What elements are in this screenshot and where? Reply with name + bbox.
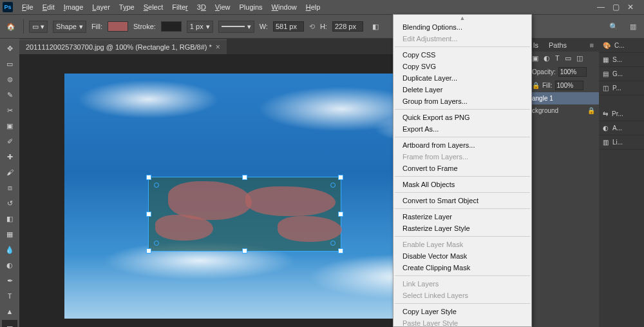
collapsed-panel[interactable]: ▥Li...: [599, 135, 644, 150]
context-menu-item[interactable]: Convert to Frame: [393, 163, 531, 174]
options-bar: 🏠 ▭ ▾ Shape ▾ Fill: Stroke: 1 px ▾ ▾ W: …: [0, 14, 644, 39]
history-brush-tool[interactable]: ↺: [2, 196, 17, 210]
filter-smart-icon[interactable]: ◫: [576, 54, 583, 63]
shape-selection[interactable]: [148, 177, 341, 252]
transform-handle[interactable]: [242, 248, 247, 253]
collapsed-panel[interactable]: ⇆Pr...: [599, 107, 644, 121]
context-menu-item[interactable]: Export As...: [393, 123, 531, 135]
transform-handle[interactable]: [242, 175, 247, 180]
scroll-up-icon[interactable]: ▲: [393, 15, 531, 21]
collapsed-panel[interactable]: ▦S...: [599, 53, 644, 67]
fill-swatch[interactable]: [108, 21, 128, 32]
lock-icon[interactable]: 🔒: [532, 82, 540, 89]
workspace-icon[interactable]: ▥: [626, 19, 640, 34]
transform-handle[interactable]: [338, 212, 343, 217]
window-minimize-icon[interactable]: —: [597, 3, 605, 12]
link-dimensions-icon[interactable]: ⟲: [309, 23, 315, 31]
pen-tool[interactable]: ✒: [2, 273, 17, 288]
marquee-tool[interactable]: ▭: [2, 57, 17, 71]
menu-window[interactable]: Window: [268, 2, 301, 12]
eyedropper-tool[interactable]: ✐: [2, 134, 17, 148]
collapsed-panel[interactable]: ◫P...: [599, 81, 644, 95]
transform-handle[interactable]: [146, 212, 151, 217]
context-menu-item[interactable]: Copy SVG: [393, 61, 531, 72]
menu-layer[interactable]: Layer: [88, 2, 114, 12]
context-menu-item[interactable]: Copy Layer Style: [393, 306, 531, 317]
document-tab-close-icon[interactable]: ×: [216, 43, 220, 52]
home-button[interactable]: 🏠: [4, 19, 18, 34]
filter-type-icon[interactable]: T: [555, 54, 560, 63]
menu-3d[interactable]: 3D: [193, 2, 210, 12]
width-field[interactable]: [273, 21, 304, 32]
stroke-swatch[interactable]: [161, 21, 182, 32]
menu-file[interactable]: File: [18, 2, 37, 12]
context-menu-item[interactable]: Create Clipping Mask: [393, 262, 531, 273]
context-menu-item[interactable]: Rasterize Layer: [393, 211, 531, 223]
context-menu-item[interactable]: Group from Layers...: [393, 95, 531, 107]
move-tool[interactable]: ✥: [2, 41, 17, 55]
context-menu-item[interactable]: Mask All Objects: [393, 179, 531, 190]
menu-plugins[interactable]: Plugins: [236, 2, 267, 12]
collapsed-panel[interactable]: 🎨C...: [599, 39, 644, 53]
context-menu-item[interactable]: Copy CSS: [393, 49, 531, 61]
transform-handle[interactable]: [146, 175, 151, 180]
stroke-style-dropdown[interactable]: ▾: [218, 21, 254, 33]
context-menu-item[interactable]: Disable Vector Mask: [393, 250, 531, 262]
frame-tool[interactable]: ▣: [2, 119, 17, 133]
context-menu-item[interactable]: Quick Export as PNG: [393, 112, 531, 123]
layer-name: angle 1: [532, 95, 553, 102]
collapsed-panel[interactable]: ◐A...: [599, 121, 644, 135]
context-menu-item[interactable]: Convert to Smart Object: [393, 195, 531, 206]
filter-shape-icon[interactable]: ▭: [565, 54, 571, 63]
height-field[interactable]: [332, 21, 363, 32]
dodge-tool[interactable]: ◐: [2, 258, 17, 272]
context-menu-item[interactable]: Delete Layer: [393, 84, 531, 95]
transform-handle[interactable]: [338, 248, 343, 253]
menu-edit[interactable]: Edit: [39, 2, 59, 12]
brush-tool[interactable]: 🖌: [2, 165, 17, 179]
context-menu-item[interactable]: Rasterize Layer Style: [393, 223, 531, 234]
type-tool[interactable]: T: [2, 289, 17, 303]
healing-tool[interactable]: ✚: [2, 150, 17, 164]
menu-view[interactable]: View: [211, 2, 234, 12]
shape-mode-dropdown[interactable]: Shape ▾: [53, 21, 86, 33]
opacity-label: Opacity:: [532, 68, 556, 75]
clone-tool[interactable]: ⧈: [2, 181, 17, 195]
context-menu-item: Select Linked Layers: [393, 290, 531, 301]
window-maximize-icon[interactable]: ▢: [612, 3, 620, 12]
window-close-icon[interactable]: ✕: [627, 3, 634, 12]
layer-fill-field[interactable]: [555, 81, 583, 90]
transform-handle[interactable]: [146, 248, 151, 253]
menu-filter[interactable]: Filter: [168, 2, 191, 12]
crop-tool[interactable]: ✂: [2, 103, 17, 117]
panel-tab-paths[interactable]: Paths: [544, 39, 572, 52]
lasso-tool[interactable]: ⊜: [2, 72, 17, 86]
menu-type[interactable]: Type: [115, 2, 138, 12]
path-operations-icon[interactable]: ◧: [368, 19, 383, 34]
context-menu-item[interactable]: Artboard from Layers...: [393, 139, 531, 151]
context-menu-item[interactable]: Blending Options...: [393, 21, 531, 33]
gradient-tool[interactable]: ▦: [2, 227, 17, 241]
menu-select[interactable]: Select: [140, 2, 167, 12]
shape-tool-preset[interactable]: ▭ ▾: [29, 21, 48, 33]
blur-tool[interactable]: 💧: [2, 243, 17, 257]
stroke-width-field[interactable]: 1 px ▾: [187, 21, 213, 33]
context-menu-item[interactable]: Duplicate Layer...: [393, 72, 531, 84]
search-icon[interactable]: 🔍: [607, 19, 621, 34]
transform-handle[interactable]: [338, 175, 343, 180]
rectangle-tool[interactable]: ▭: [2, 320, 17, 327]
path-select-tool[interactable]: ▲: [2, 304, 17, 319]
filter-adjust-icon[interactable]: ◐: [544, 54, 550, 63]
panel-menu-icon[interactable]: ≡: [585, 39, 599, 52]
menu-help[interactable]: Help: [302, 2, 325, 12]
layer-item[interactable]: angle 1: [528, 92, 599, 104]
quick-select-tool[interactable]: ✎: [2, 88, 17, 102]
layer-item[interactable]: ckground 🔒: [528, 104, 599, 117]
eraser-tool[interactable]: ◧: [2, 212, 17, 226]
filter-pixel-icon[interactable]: ▣: [532, 54, 538, 63]
menu-image[interactable]: Image: [60, 2, 88, 12]
layer-filter-icons[interactable]: ▣ ◐ T ▭ ◫: [528, 52, 599, 65]
document-tab[interactable]: 20111120025730700.jpg @ 100% (Rectangle …: [19, 39, 227, 54]
opacity-field[interactable]: [558, 67, 587, 77]
collapsed-panel[interactable]: ▤G...: [599, 67, 644, 81]
